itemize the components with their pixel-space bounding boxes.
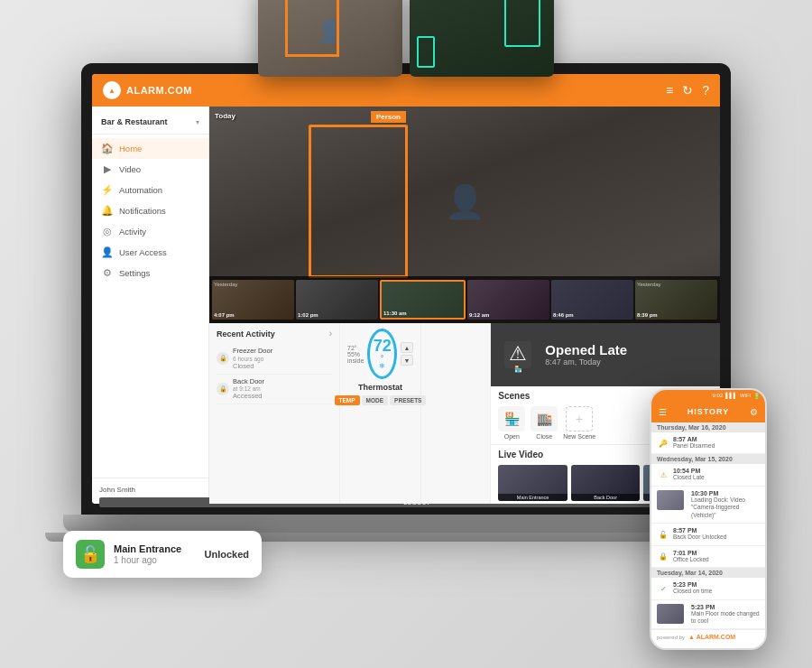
thumb-label-0: Yesterday [214, 282, 237, 287]
content-area: 👤 Person Today Yesterday 4:07 pm [209, 107, 720, 504]
history-text-2-1: 5:23 PM Main Floor mode changed to cool [691, 604, 760, 626]
thumb-time-5: 8:39 pm [637, 312, 658, 318]
phone-footer-brand: ▲ ALARM.COM [688, 634, 735, 640]
live-thumb-back[interactable]: Back Door [571, 465, 641, 501]
history-item-1-0: ⚠ 10:54 PM Closed Late [651, 464, 765, 486]
phone-title: HISTORY [687, 407, 730, 416]
scene-close-icon: 🏬 [531, 406, 558, 431]
history-icon-1-2: 🔓 [657, 528, 669, 541]
sidebar-label-automation: Automation [119, 185, 162, 195]
history-item-2-1: 5:23 PM Main Floor mode changed to cool [651, 600, 765, 630]
brand-name: ALARM.COM [126, 85, 192, 96]
history-text-0-0: 8:57 AM Panel Disarmed [673, 436, 760, 450]
thermostat-unit: ° [381, 354, 383, 362]
sidebar-item-video[interactable]: ▶ Video [92, 159, 208, 180]
thumb-3[interactable]: 9:12 am [467, 280, 549, 320]
thermostat-snowflake: ❄ [379, 362, 385, 370]
activity-subtext-0: 6 hours ago [233, 356, 272, 362]
scene-open-label: Open [504, 433, 520, 440]
history-item-1-3: 🔒 7:01 PM Office Locked [651, 546, 765, 568]
recent-activity-arrow[interactable]: › [329, 329, 332, 339]
bottom-left: Recent Activity › 🔒 Freezer Door 6 hours… [209, 323, 490, 504]
thermostat-display: 72 ° ❄ [367, 329, 397, 379]
temp-mode-button[interactable]: TEMP [335, 395, 360, 405]
scene-add-label: New Scene [563, 433, 595, 440]
phone-time: 9:02 [713, 393, 724, 398]
lock-icon-1: 🔒 [217, 383, 229, 395]
presets-button[interactable]: PRESETS [390, 395, 426, 405]
logo-char: ▲ [108, 87, 115, 95]
sidebar-item-notifications[interactable]: 🔔 Notifications [92, 200, 208, 221]
thumbnail-strip: Yesterday 4:07 pm 1:02 pm 11:30 am 9:12 … [209, 276, 720, 323]
activity-icon: ◎ [101, 226, 114, 237]
thumb-2[interactable]: 11:30 am [380, 280, 466, 320]
thumb-1[interactable]: 1:02 pm [296, 280, 378, 320]
activity-details-1: Back Door at 9:12 am Accessed [233, 377, 264, 402]
phone-filter-icon[interactable]: ⚙ [750, 407, 758, 417]
help-icon[interactable]: ? [702, 83, 709, 97]
scene-close[interactable]: 🏬 Close [531, 406, 558, 440]
sidebar-item-settings[interactable]: ⚙ Settings [92, 263, 208, 283]
laptop-screen: ▲ ALARM.COM ≡ ↻ ? Bar & Restaurant ▾ [81, 63, 731, 515]
activity-status-1: Accessed [233, 392, 264, 401]
sidebar-item-automation[interactable]: ⚡ Automation [92, 180, 208, 200]
phone-wifi: WiFi [740, 393, 751, 398]
location-dropdown-icon: ▾ [196, 118, 199, 126]
thumb-5[interactable]: Yesterday 8:39 pm [635, 280, 717, 320]
activity-text-1: Back Door [233, 377, 264, 386]
user-access-icon: 👤 [101, 246, 114, 258]
sidebar-label-settings: Settings [119, 268, 150, 278]
logo-area: ▲ ALARM.COM [103, 81, 192, 99]
activity-item-1: 🔒 Back Door at 9:12 am Accessed [217, 375, 332, 405]
alert-subtitle: 8:47 am, Today [545, 357, 713, 366]
mode-button[interactable]: MODE [362, 395, 389, 405]
scene-open[interactable]: 🏪 Open [498, 406, 525, 440]
filter-icon[interactable]: ≡ [666, 83, 673, 97]
sidebar: Bar & Restaurant ▾ 🏠 Home ▶ Video ⚡ Auto… [92, 107, 209, 504]
phone-menu-icon[interactable]: ☰ [659, 407, 667, 417]
video-icon: ▶ [101, 163, 114, 175]
sidebar-item-activity[interactable]: ◎ Activity [92, 221, 208, 242]
phone-signal: ▌▌▌ [725, 393, 737, 398]
activity-details-0: Freezer Door 6 hours ago Closed [233, 347, 272, 371]
settings-icon: ⚙ [101, 267, 114, 279]
history-item-1-1: 10:30 PM Loading Dock: Video "Camera-tri… [651, 487, 765, 524]
thermostat-outside-temp: 72° [347, 345, 357, 351]
phone-footer: powered by ▲ ALARM.COM [651, 629, 765, 644]
svg-text:🏪: 🏪 [514, 365, 522, 373]
history-date-1: Wednesday, Mar 15, 2020 [651, 454, 765, 464]
top-bar-icons: ≡ ↻ ? [666, 83, 709, 97]
popup-status: Unlocked [204, 549, 249, 560]
sidebar-label-video: Video [119, 164, 141, 174]
sidebar-item-user-access[interactable]: 👤 User Access [92, 242, 208, 263]
svg-text:⚠: ⚠ [509, 342, 527, 365]
history-text-1-1: 10:30 PM Loading Dock: Video "Camera-tri… [691, 490, 760, 519]
history-date-2: Tuesday, Mar 14, 2020 [651, 568, 765, 578]
location-selector[interactable]: Bar & Restaurant ▾ [92, 114, 208, 135]
history-desc-1-2: Back Door Unlocked [673, 533, 760, 541]
lock-icon-0: 🔒 [217, 352, 229, 365]
history-item-1-2: 🔓 8:57 PM Back Door Unlocked [651, 524, 765, 545]
history-item-2-0: ✓ 5:23 PM Closed on time [651, 578, 765, 599]
history-desc-1-0: Closed Late [673, 474, 760, 481]
thermostat-inside-label: inside [347, 357, 364, 364]
thumb-4[interactable]: 8:46 pm [551, 280, 633, 320]
float-person-box [285, 0, 339, 57]
thumb-label-5: Yesterday [637, 282, 660, 287]
sidebar-item-home[interactable]: 🏠 Home [92, 138, 208, 159]
recent-activity-section: Recent Activity › 🔒 Freezer Door 6 hours… [209, 323, 340, 504]
temp-up-button[interactable]: ▲ [401, 342, 413, 353]
scene-add[interactable]: + New Scene [563, 406, 595, 440]
thumb-time-1: 1:02 pm [298, 312, 318, 318]
popup-text: Main Entrance 1 hour ago [114, 543, 195, 565]
recent-activity-header: Recent Activity › [217, 329, 332, 339]
thermostat-section: 72° 55% inside 72 [340, 323, 421, 504]
phone-top-bar: ☰ HISTORY ⚙ [651, 401, 765, 422]
main-video-section: 👤 Person Today Yesterday 4:07 pm [209, 107, 720, 323]
thumb-0[interactable]: Yesterday 4:07 pm [212, 280, 294, 320]
temp-down-button[interactable]: ▼ [401, 355, 413, 366]
thermostat-inside-info: 72° 55% inside [347, 345, 364, 364]
refresh-icon[interactable]: ↻ [682, 83, 693, 97]
popup-subtitle: 1 hour ago [114, 555, 195, 565]
live-thumb-main[interactable]: Main Entrance [498, 465, 567, 501]
